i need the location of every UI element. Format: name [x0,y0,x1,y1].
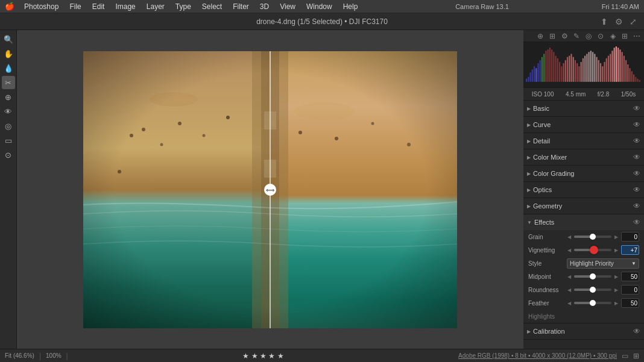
eye-icon-geometry[interactable]: 👁 [633,202,640,210]
vignetting-slider[interactable] [574,249,611,251]
panel-icon-3[interactable]: ⚙ [560,31,569,41]
section-header-optics[interactable]: ▶ Optics 👁 [523,182,644,198]
view-toggle-icon[interactable]: ▭ [622,352,628,360]
tool-hand[interactable]: ✋ [2,47,15,60]
tool-redeye[interactable]: 👁 [2,105,15,118]
vignetting-inc-arrow[interactable]: ▶ [614,248,619,253]
panel-icon-4[interactable]: ✎ [572,31,581,41]
settings-icon[interactable]: ⚙ [614,17,623,27]
feather-dec-arrow[interactable]: ◀ [567,301,572,306]
vignetting-value[interactable]: +7 [621,245,639,255]
section-header-detail[interactable]: ▶ Detail 👁 [523,133,644,149]
svg-rect-31 [541,57,543,82]
eye-icon-curve[interactable]: 👁 [633,120,640,129]
status-right: Adobe RGB (1998) • 8 bit • 4000 x 3000 (… [458,352,639,360]
apple-menu[interactable]: 🍎 [5,2,14,11]
style-dropdown[interactable]: Highlight Priority ▼ [567,258,639,269]
grid-view-icon[interactable]: ⊞ [633,352,639,360]
svg-rect-63 [604,62,605,82]
eye-icon-color-grading[interactable]: 👁 [633,169,640,178]
menu-type[interactable]: Type [171,1,196,12]
midpoint-inc-arrow[interactable]: ▶ [614,274,619,279]
zoom-label[interactable]: 100% [46,352,62,359]
roundness-value[interactable]: 0 [621,285,639,295]
menu-filter[interactable]: Filter [228,1,254,12]
panel-icon-1[interactable]: ⊕ [535,31,545,41]
tool-wb[interactable]: 💧 [2,61,15,75]
panel-icon-2[interactable]: ⊞ [548,31,557,41]
grain-inc-arrow[interactable]: ▶ [614,234,619,240]
menu-photoshop[interactable]: Photoshop [19,1,63,12]
menu-select[interactable]: Select [197,1,227,12]
eye-icon-calibration[interactable]: 👁 [633,327,640,335]
midpoint-value[interactable]: 50 [621,272,639,281]
grain-value[interactable]: 0 [621,232,639,242]
grain-dec-arrow[interactable]: ◀ [567,234,572,240]
vignetting-dec-arrow[interactable]: ◀ [567,248,572,253]
menu-layer[interactable]: Layer [142,1,169,12]
titlebar-icons: ⬆ ⚙ ⤢ [599,17,638,27]
panel-icon-8[interactable]: ⊞ [620,31,630,41]
feather-row: Feather ◀ ▶ 50 [523,296,644,310]
panel-icon-9[interactable]: ⋯ [632,31,642,41]
image-info: Adobe RGB (1998) • 8 bit • 4000 x 3000 (… [458,352,617,359]
tool-adjustment[interactable]: ◎ [2,119,15,133]
menu-edit[interactable]: Edit [87,1,110,12]
svg-rect-60 [598,60,599,82]
eye-icon-optics[interactable]: 👁 [633,186,640,194]
canvas-area[interactable]: ⟺ [17,30,523,349]
section-header-geometry[interactable]: ▶ Geometry 👁 [523,198,644,214]
menu-3d[interactable]: 3D [255,1,274,12]
panel-section-optics: ▶ Optics 👁 [523,182,644,198]
eye-icon-detail[interactable]: 👁 [633,137,640,145]
svg-rect-78 [633,74,634,81]
feather-inc-arrow[interactable]: ▶ [614,301,619,306]
midpoint-dec-arrow[interactable]: ◀ [567,274,572,279]
tool-zoom[interactable]: 🔍 [2,33,15,46]
vignetting-row: Vignetting ◀ ▶ +7 [523,243,644,257]
roundness-inc-arrow[interactable]: ▶ [614,287,619,293]
menu-window[interactable]: Window [301,1,337,12]
roundness-dec-arrow[interactable]: ◀ [567,287,572,293]
panel-icon-7[interactable]: ◈ [608,31,617,41]
feather-slider[interactable] [574,302,611,304]
roundness-slider[interactable] [574,289,611,291]
svg-rect-54 [586,54,587,81]
section-header-basic[interactable]: ▶ Basic 👁 [523,101,644,116]
midpoint-slider[interactable] [574,275,611,278]
menubar-time: Fri 11:40 AM [602,3,639,10]
section-header-effects[interactable]: ▼ Effects 👁 [523,214,644,230]
panel-section-color-mixer: ▶ Color Mixer 👁 [523,149,644,166]
section-title-color-grading: Color Grading [533,170,633,177]
menu-view[interactable]: View [275,1,300,12]
menu-image[interactable]: Image [110,1,140,12]
section-header-curve[interactable]: ▶ Curve 👁 [523,117,644,133]
right-panel: ⊕ ⊞ ⚙ ✎ ◎ ⊙ ◈ ⊞ ⋯ [523,30,644,349]
svg-rect-49 [576,63,578,82]
grain-slider[interactable] [574,236,611,238]
tool-radial[interactable]: ⊙ [2,148,15,161]
star-rating[interactable]: ★ ★ ★ ★ ★ [73,352,453,360]
section-header-color-grading[interactable]: ▶ Color Grading 👁 [523,166,644,181]
panel-icon-6[interactable]: ⊙ [596,31,605,41]
eye-icon-basic[interactable]: 👁 [633,104,640,113]
panel-section-effects: ▼ Effects 👁 Grain ◀ [523,214,644,323]
menu-help[interactable]: Help [338,1,363,12]
section-title-optics: Optics [533,186,633,193]
eye-icon-color-mixer[interactable]: 👁 [633,153,640,161]
section-header-calibration[interactable]: ▶ Calibration 👁 [523,323,644,339]
expand-icon[interactable]: ⤢ [628,17,638,27]
section-header-color-mixer[interactable]: ▶ Color Mixer 👁 [523,149,644,165]
eye-icon-effects[interactable]: 👁 [633,218,640,226]
svg-rect-53 [584,56,586,82]
panel-icon-5[interactable]: ◎ [584,31,593,41]
menubar: 🍎 Photoshop File Edit Image Layer Type S… [0,0,644,13]
vignetting-label: Vignetting [528,247,564,254]
share-icon[interactable]: ⬆ [599,17,609,27]
tool-crop[interactable]: ✂ [2,76,15,89]
feather-value[interactable]: 50 [621,298,639,308]
tool-heal[interactable]: ⊕ [2,90,15,104]
menu-file[interactable]: File [65,1,86,12]
chevron-right-icon: ▶ [527,171,531,176]
tool-grad[interactable]: ▭ [2,134,15,147]
